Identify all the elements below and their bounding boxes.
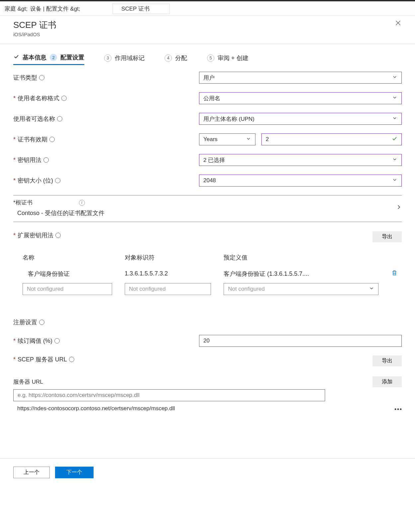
eku-row-name: 客户端身份验证 [13,267,115,280]
validity-value: 2 [266,136,269,143]
info-icon[interactable] [61,96,67,101]
required-marker: * [13,157,16,164]
required-marker: * [13,95,16,102]
renew-input[interactable]: 20 [199,335,402,347]
keyusage-select[interactable]: 2 已选择 [199,154,402,166]
chevron-down-icon [392,74,397,81]
root-cert-value: Contoso - 受信任的证书配置文件 [13,209,104,217]
more-icon[interactable] [394,405,402,412]
add-button[interactable]: 添加 [373,376,402,387]
chevron-down-icon [246,136,251,143]
validity-value-input[interactable]: 2 [261,133,402,145]
required-marker: * [13,232,16,239]
wizard-step4-num: 4 [165,54,172,62]
breadcrumb-current: SCEP 证书 [113,4,170,14]
cert-type-select[interactable]: 用户 [199,72,402,84]
chevron-down-icon [369,286,374,293]
subject-format-value: 公用名 [203,95,220,102]
check-icon [391,136,397,143]
san-value: 用户主体名称 (UPN) [203,115,254,123]
subject-format-select[interactable]: 公用名 [199,92,402,104]
eku-pred-select[interactable]: Not configured [224,283,379,295]
keyusage-label: 密钥用法 [18,156,41,164]
footer-bar: 上一个 下一个 [0,458,415,486]
info-icon[interactable] [69,357,74,362]
wizard-step3-num: 3 [104,54,111,62]
info-icon[interactable] [57,116,62,121]
san-label: 使用者可选名称 [13,115,55,123]
wizard-step-config[interactable]: 基本信息 2 配置设置 [13,53,84,65]
breadcrumb-bar: 家庭 &gt; 设备 | 配置文件 &gt; SCEP 证书 [0,0,415,16]
svg-point-1 [397,409,399,410]
scep-url-label: SCEP 服务器 URL [18,355,67,363]
breadcrumb-devices[interactable]: 设备 | 配置文件 &gt; [30,5,80,13]
eku-row-pred: 客户端身份验证 (1.3.6.1.5.5.7.... [214,267,382,280]
enroll-label: 注册设置 [13,318,37,326]
eku-oid-input[interactable]: Not configured [125,283,211,295]
wizard-step1-label: 基本信息 [23,53,46,61]
eku-col-pred: 预定义值 [214,251,382,267]
validity-unit-value: Years [203,136,218,143]
close-icon[interactable] [394,19,402,28]
delete-icon[interactable] [391,271,398,277]
keysize-value: 2048 [203,177,216,184]
wizard-step2-label: 配置设置 [60,53,84,61]
page-subtitle: iOS/iPadOS [13,32,56,37]
url-list-item: https://ndes-contosocorp.contoso.net/cer… [13,401,402,412]
wizard-step4-label: 分配 [175,54,187,62]
eku-col-oid: 对象标识符 [115,251,215,267]
eku-name-input[interactable]: Not configured [23,283,112,295]
wizard-step-review[interactable]: 5 审阅 + 创建 [207,54,248,65]
required-marker: * [13,356,16,363]
wizard-step-assign[interactable]: 4 分配 [165,54,187,65]
validity-label: 证书有效期 [18,135,47,143]
subject-format-label: 使用者名称格式 [18,94,59,102]
wizard-step5-num: 5 [207,54,214,62]
validity-unit-select[interactable]: Years [199,133,255,145]
wizard-step3-label: 作用域标记 [115,54,145,62]
keyusage-value: 2 已选择 [203,156,225,164]
check-icon [13,54,19,61]
eku-table: 名称 对象标识符 预定义值 客户端身份验证 1.3.6.1.5.5.7.3.2 … [13,251,402,298]
eku-input-row: Not configured Not configured Not config… [13,280,402,298]
info-icon[interactable] [39,75,44,80]
eku-col-name: 名称 [13,251,115,267]
root-cert-label: *根证书 [13,199,33,206]
info-icon[interactable]: i [79,200,85,206]
svg-point-0 [395,409,396,410]
chevron-right-icon [396,204,402,212]
divider [0,44,415,44]
info-icon[interactable] [39,320,44,325]
renew-value: 20 [203,338,210,344]
svg-point-2 [400,409,401,410]
root-cert-row[interactable]: *根证书 i Contoso - 受信任的证书配置文件 [13,195,402,222]
keysize-label: 密钥大小 (位) [18,177,53,185]
prev-button[interactable]: 上一个 [13,467,50,478]
chevron-down-icon [392,115,397,122]
next-button[interactable]: 下一个 [55,467,94,478]
san-select[interactable]: 用户主体名称 (UPN) [199,113,402,125]
info-icon[interactable] [55,233,61,238]
wizard-step2-num: 2 [50,54,57,61]
keysize-select[interactable]: 2048 [199,175,402,187]
export-button[interactable]: 导出 [373,231,402,242]
info-icon[interactable] [55,178,60,183]
export-button-2[interactable]: 导出 [373,355,402,366]
chevron-down-icon [392,177,397,184]
breadcrumb-home[interactable]: 家庭 &gt; [5,5,28,13]
server-url-input[interactable] [13,389,325,401]
info-icon[interactable] [54,338,60,343]
wizard-steps: 基本信息 2 配置设置 3 作用域标记 4 分配 5 审阅 + 创建 [13,53,402,65]
renew-label: 续订阈值 (%) [18,337,52,345]
required-marker: * [13,177,16,184]
eku-row: 客户端身份验证 1.3.6.1.5.5.7.3.2 客户端身份验证 (1.3.6… [13,267,402,280]
url-entry: https://ndes-contosocorp.contoso.net/cer… [17,405,175,412]
wizard-step5-label: 审阅 + 创建 [218,54,248,62]
wizard-step-scope[interactable]: 3 作用域标记 [104,54,145,65]
chevron-down-icon [392,157,397,164]
info-icon[interactable] [49,137,55,142]
info-icon[interactable] [43,157,49,163]
required-marker: * [13,338,16,344]
cert-type-value: 用户 [203,74,215,82]
eku-row-oid: 1.3.6.1.5.5.7.3.2 [115,267,215,280]
